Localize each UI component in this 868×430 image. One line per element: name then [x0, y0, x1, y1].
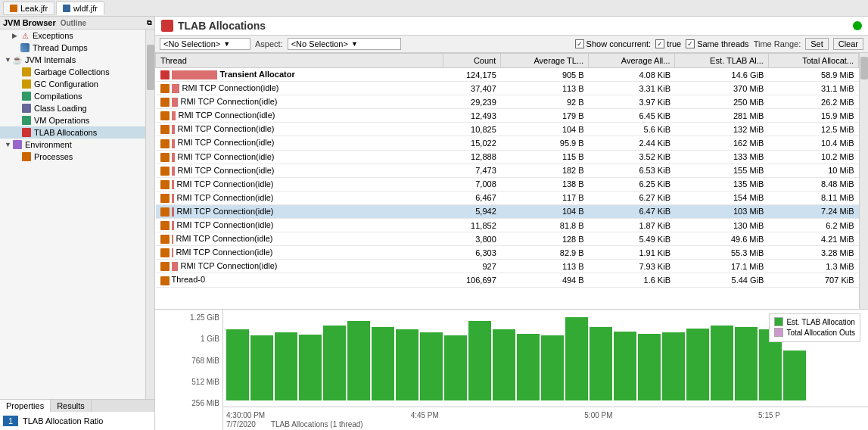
sidebar-item-env[interactable]: ▼ Environment: [0, 139, 145, 151]
table-row[interactable]: RMI TCP Connection(idle)6,30382.9 B1.91 …: [156, 246, 859, 260]
show-concurrent-checkbox[interactable]: [575, 39, 584, 48]
table-row[interactable]: Thread-0106,697494 B1.6 KiB5.44 GiB707 K…: [156, 273, 859, 287]
col-est-tlab[interactable]: Est. TLAB Al...: [675, 54, 768, 68]
chart-bottom-labels: 7/7/2020 TLAB Allocations (1 thread): [226, 420, 363, 428]
thread-bar: [172, 98, 178, 107]
thread-bar: [172, 167, 175, 176]
sidebar-item-class-loading[interactable]: Class Loading: [0, 102, 145, 114]
table-row[interactable]: RMI TCP Connection(idle)37,407113 B3.31 …: [156, 82, 859, 95]
thread-bar: [172, 70, 217, 79]
chart-yaxis: 1.25 GiB 1 GiB 768 MiB 512 MiB 256 MiB: [155, 310, 223, 430]
thread-name: RMI TCP Connection(idle): [176, 248, 273, 257]
results-tab[interactable]: Results: [51, 400, 92, 412]
processes-label: Processes: [34, 152, 73, 161]
table-row[interactable]: RMI TCP Connection(idle)11,85281.8 B1.87…: [156, 219, 859, 232]
chart-bar-item: [396, 329, 418, 400]
cell-thread-name: RMI TCP Connection(idle): [156, 232, 443, 246]
table-row[interactable]: RMI TCP Connection(idle)6,467117 B6.27 K…: [156, 191, 859, 204]
prop-label: TLAB Allocation Ratio: [23, 416, 103, 425]
table-row[interactable]: RMI TCP Connection(idle)927113 B7.93 KiB…: [156, 260, 859, 273]
cell-avg-tl: 113 B: [501, 82, 589, 95]
table-row[interactable]: RMI TCP Connection(idle)10,825104 B5.6 K…: [156, 123, 859, 136]
table-scrollbar[interactable]: [859, 53, 868, 309]
chart-baseline: [223, 407, 868, 407]
table-row[interactable]: RMI TCP Connection(idle)7,008138 B6.25 K…: [156, 177, 859, 191]
env-icon: [12, 140, 23, 149]
thread-name: RMI TCP Connection(idle): [182, 83, 279, 92]
cell-avg-all: 7.93 KiB: [589, 260, 675, 273]
cell-avg-all: 5.6 KiB: [589, 123, 675, 136]
row-icon: [160, 235, 170, 244]
tab-leak-jfr[interactable]: Leak.jfr: [3, 2, 54, 15]
exceptions-label: Exceptions: [33, 31, 73, 40]
cell-avg-all: 5.49 KiB: [589, 232, 675, 246]
sidebar-item-processes[interactable]: Processes: [0, 151, 145, 163]
sidebar-item-compilations[interactable]: Compilations: [0, 90, 145, 102]
arrow-icon: ▶: [12, 32, 20, 39]
cell-est-tlab: 5.44 GiB: [675, 273, 768, 287]
content-area: TLAB Allocations <No Selection> ▼ Aspect…: [155, 17, 868, 430]
table-row[interactable]: RMI TCP Connection(idle)15,02295.9 B2.44…: [156, 136, 859, 150]
chart-bar-item: [493, 329, 515, 400]
thread-name: RMI TCP Connection(idle): [179, 111, 275, 120]
chart-bar-item: [565, 317, 588, 400]
same-threads-checkbox[interactable]: [686, 39, 695, 48]
cell-avg-all: 6.25 KiB: [589, 177, 675, 191]
row-icon: [160, 139, 170, 148]
table-row[interactable]: Transient Allocator124,175905 B4.08 KiB1…: [156, 68, 859, 82]
sidebar-item-exceptions[interactable]: ▶ ⚠ Exceptions: [0, 30, 145, 42]
selection-dropdown[interactable]: <No Selection> ▼: [160, 38, 250, 50]
aspect-dropdown[interactable]: <No Selection> ▼: [288, 38, 401, 50]
col-count[interactable]: Count: [443, 54, 501, 68]
col-avg-all[interactable]: Average All...: [589, 54, 675, 68]
cell-count: 37,407: [443, 82, 501, 95]
row-icon: [160, 276, 170, 285]
chart-bar-item: [638, 334, 661, 400]
gc-icon: [21, 67, 32, 76]
contained-group: true: [655, 39, 681, 48]
table-row[interactable]: RMI TCP Connection(idle)12,493179 B6.45 …: [156, 109, 859, 123]
properties-tab[interactable]: Properties: [0, 400, 51, 412]
thread-name: RMI TCP Connection(idle): [177, 179, 274, 189]
sidebar-item-tlab[interactable]: TLAB Allocations: [0, 126, 145, 139]
table-scroll[interactable]: Thread Count Average TL... Average All..…: [155, 53, 859, 309]
thread-bar: [172, 139, 175, 148]
sidebar-item-thread-dumps[interactable]: Thread Dumps: [0, 42, 145, 54]
table-row[interactable]: RMI TCP Connection(idle)7,473182 B6.53 K…: [156, 164, 859, 177]
chart-bar-item: [614, 332, 636, 400]
sidebar-item-jvm-internals[interactable]: ▼ ☕ JVM Internals: [0, 54, 145, 66]
table-row[interactable]: RMI TCP Connection(idle)3,800128 B5.49 K…: [156, 232, 859, 246]
exception-icon: ⚠: [20, 31, 30, 40]
table-row[interactable]: RMI TCP Connection(idle)29,23992 B3.97 K…: [156, 95, 859, 109]
thread-bar: [172, 221, 174, 230]
cell-est-tlab: 130 MiB: [675, 219, 768, 232]
sidebar-item-gc[interactable]: Garbage Collections: [0, 66, 145, 78]
sidebar-item-gc-config[interactable]: GC Configuration: [0, 78, 145, 90]
thread-name: RMI TCP Connection(idle): [181, 261, 278, 270]
cell-avg-tl: 104 B: [501, 123, 589, 136]
col-thread[interactable]: Thread: [156, 54, 443, 68]
chart-bar-item: [735, 327, 758, 400]
cell-total-alloc: 12.5 MiB: [768, 123, 858, 136]
tab-wldf-jfr[interactable]: wldf.jfr: [56, 2, 104, 15]
cell-thread-name: RMI TCP Connection(idle): [156, 123, 443, 136]
cell-avg-tl: 92 B: [501, 95, 589, 109]
table-row[interactable]: RMI TCP Connection(idle)5,942104 B6.47 K…: [156, 204, 859, 218]
cell-count: 6,303: [443, 246, 501, 260]
cell-thread-name: RMI TCP Connection(idle): [156, 150, 443, 164]
cell-avg-all: 3.97 KiB: [589, 95, 675, 109]
thread-name: RMI TCP Connection(idle): [176, 234, 273, 243]
row-icon: [160, 84, 170, 93]
clear-button[interactable]: Clear: [833, 38, 863, 50]
table-row[interactable]: RMI TCP Connection(idle)12,888115 B3.52 …: [156, 150, 859, 164]
col-total[interactable]: Total Allocat...: [768, 54, 858, 68]
sidebar-item-vm-ops[interactable]: VM Operations: [0, 114, 145, 126]
sidebar-header[interactable]: JVM Browser Outline ⧉: [0, 17, 154, 30]
set-button[interactable]: Set: [805, 38, 829, 50]
sidebar-scrollbar[interactable]: [145, 30, 154, 399]
show-concurrent-label: Show concurrent:: [586, 39, 652, 48]
col-avg-tl[interactable]: Average TL...: [501, 54, 589, 68]
contained-checkbox[interactable]: [655, 39, 664, 48]
cell-avg-all: 4.08 KiB: [589, 68, 675, 82]
time-range-label: Time Range:: [754, 39, 801, 48]
